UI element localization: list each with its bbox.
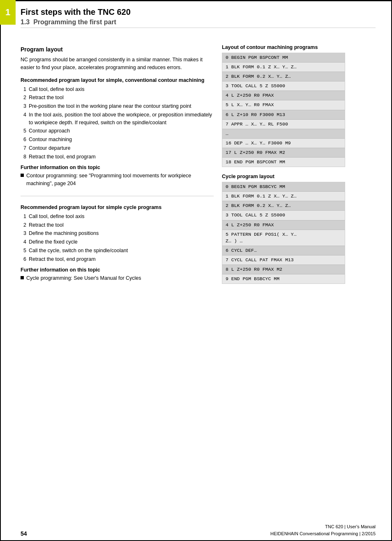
- code-row: 0 BEGIN PGM BSPCONT MM: [222, 53, 345, 63]
- list-item: 3Define the machining positions: [21, 230, 214, 237]
- program-layout-heading: Program layout: [21, 46, 214, 53]
- list-item: Cycle programming: See User's Manual for…: [21, 274, 214, 282]
- list-item: 6Contour machining: [21, 136, 214, 144]
- list-item: 5Contour approach: [21, 127, 214, 135]
- list-item: 2Retract the tool: [21, 221, 214, 229]
- cycle-code-block: 0 BEGIN PGM BSBCYC MM 1 BLK FORM 0.1 Z X…: [222, 182, 345, 284]
- code-row: 3 TOOL CALL 5 Z S5000: [222, 211, 345, 220]
- page: 1 First steps with the TNC 620 1.3 Progr…: [0, 0, 392, 541]
- list-item: 8Retract the tool, end program: [21, 153, 214, 161]
- code-row: 6 CYCL DEF…: [222, 246, 345, 255]
- footer-line2: HEIDENHAIN Conversational Programming | …: [270, 530, 376, 537]
- list-item: 3Pre-position the tool in the working pl…: [21, 102, 214, 110]
- code-row: 2 BLK FORM 0.2 X… Y… Z…: [222, 201, 345, 211]
- page-number: 54: [21, 530, 27, 537]
- code-row: 16 DEP … X… Y… F3000 M9: [222, 139, 345, 148]
- code-row: 7 CYCL CALL PAT FMAX M13: [222, 255, 345, 265]
- chapter-tab: 1: [0, 0, 16, 25]
- main-content: Program layout NC programs should be arr…: [21, 35, 376, 289]
- section-title: 1.3 Programming the first part: [21, 19, 376, 28]
- code-row: 5 L X… Y… R0 FMAX: [222, 100, 345, 110]
- list-item: 6Retract the tool, end program: [21, 255, 214, 263]
- chapter-number: 1: [5, 7, 10, 18]
- intro-text: NC programs should be arranged consisten…: [21, 56, 214, 72]
- bullet-icon: [21, 174, 24, 177]
- left-column: Program layout NC programs should be arr…: [21, 38, 214, 289]
- cycle-subheading: Recommended program layout for simple cy…: [21, 204, 214, 210]
- code-row: 4 L Z+250 R0 FMAX: [222, 91, 345, 100]
- code-row: 5 PATTERN DEF POS1( X… Y… Z… ) …: [222, 230, 345, 246]
- footer-line1: TNC 620 | User's Manual: [270, 523, 376, 530]
- code-row: 3 TOOL CALL 5 Z S5000: [222, 81, 345, 91]
- list-item: 4Define the fixed cycle: [21, 238, 214, 246]
- cycle-further-heading: Further information on this topic: [21, 267, 214, 273]
- list-item: 7Contour departure: [21, 144, 214, 152]
- list-item: 1Call tool, define tool axis: [21, 86, 214, 93]
- code-row: 1 BLK FORM 0.1 Z X… Y… Z…: [222, 63, 345, 72]
- code-row: 2 BLK FORM 0.2 X… Y… Z…: [222, 72, 345, 81]
- cycle-layout-table-heading: Cycle program layout: [222, 174, 345, 179]
- code-row: 1 BLK FORM 0.1 Z X… Y… Z…: [222, 192, 345, 201]
- contour-subheading: Recommended program layout for simple, c…: [21, 77, 214, 83]
- chapter-title: First steps with the TNC 620: [21, 3, 376, 17]
- code-row: 17 L Z+250 R0 FMAX M2: [222, 148, 345, 158]
- code-row: 18 END PGM BSPCONT MM: [222, 158, 345, 167]
- cycle-further-list: Cycle programming: See User's Manual for…: [21, 274, 214, 282]
- bullet-icon: [21, 276, 24, 279]
- footer: 54 TNC 620 | User's Manual HEIDENHAIN Co…: [21, 523, 376, 537]
- right-column: Layout of contour machining programs 0 B…: [222, 38, 345, 289]
- code-row: 8 L Z+250 R0 FMAX M2: [222, 265, 345, 274]
- section-separator: [21, 196, 214, 196]
- contour-further-heading: Further information on this topic: [21, 165, 214, 170]
- list-item: Contour programming: see "Programming to…: [21, 172, 214, 188]
- footer-info: TNC 620 | User's Manual HEIDENHAIN Conve…: [270, 523, 376, 537]
- list-item: 5Call the cycle, switch on the spindle/c…: [21, 247, 214, 255]
- contour-further-list: Contour programming: see "Programming to…: [21, 172, 214, 188]
- contour-steps-list: 1Call tool, define tool axis 2Retract th…: [21, 86, 214, 161]
- code-row: …: [222, 129, 345, 139]
- code-row: 0 BEGIN PGM BSBCYC MM: [222, 182, 345, 192]
- code-row: 4 L Z+250 R0 FMAX: [222, 221, 345, 230]
- list-item: 1Call tool, define tool axis: [21, 213, 214, 221]
- contour-code-block: 0 BEGIN PGM BSPCONT MM 1 BLK FORM 0.1 Z …: [222, 53, 345, 167]
- list-item: 4In the tool axis, position the tool abo…: [21, 111, 214, 127]
- list-item: 2Retract the tool: [21, 94, 214, 102]
- header: First steps with the TNC 620 1.3 Program…: [21, 0, 392, 28]
- top-border: [16, 0, 392, 1]
- code-row: 6 L Z+10 R0 F3000 M13: [222, 110, 345, 120]
- code-row: 9 END PGM BSBCYC MM: [222, 274, 345, 283]
- left-border: [0, 25, 1, 541]
- contour-layout-table-heading: Layout of contour machining programs: [222, 44, 345, 50]
- cycle-steps-list: 1Call tool, define tool axis 2Retract th…: [21, 213, 214, 263]
- code-row: 7 APPR … X… Y… RL F500: [222, 120, 345, 129]
